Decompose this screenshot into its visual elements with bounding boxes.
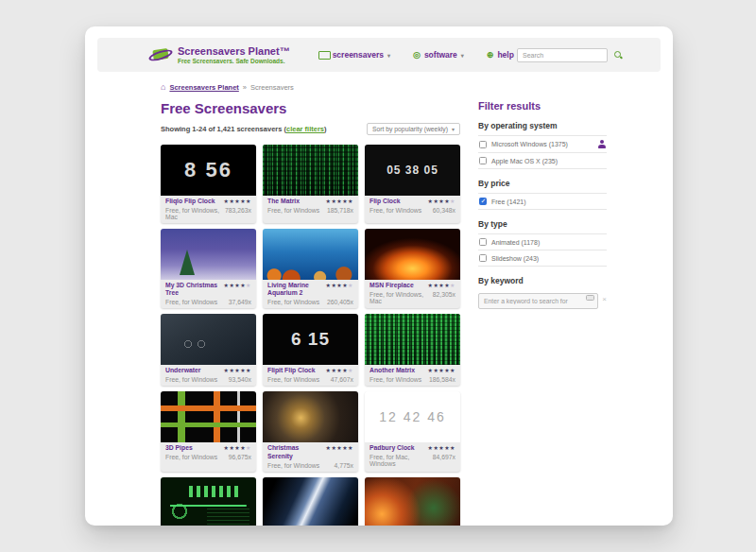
search-icon[interactable] <box>613 50 623 60</box>
screensaver-card[interactable]: 3D Pipes★★★★★Free, for Windows96,675x <box>161 391 256 471</box>
screensaver-card[interactable]: Living Marine Aquarium 2★★★★★Free, for W… <box>263 229 358 308</box>
breadcrumb-separator: » <box>243 83 247 92</box>
search-input[interactable] <box>517 48 608 62</box>
nav-label: software <box>424 50 457 60</box>
retroscifi-thumbnail[interactable] <box>161 477 256 526</box>
xmastree-thumbnail[interactable] <box>161 229 256 280</box>
nav-item-software[interactable]: ◎ software ▾ <box>413 50 464 60</box>
screensaver-title[interactable]: Padbury Clock <box>369 444 415 452</box>
filter-option-label: Microsoft Windows (1375) <box>491 141 593 147</box>
filter-checkbox[interactable] <box>479 157 487 164</box>
rating-stars: ★★★★★ <box>326 367 353 373</box>
screensaver-title[interactable]: Fliqlo Flip Clock <box>165 198 215 205</box>
results-summary-text: ) <box>324 125 327 133</box>
keyword-input-icon <box>586 295 594 301</box>
screensaver-card[interactable]: Another Matrix★★★★★Free, for Windows186,… <box>365 314 460 386</box>
hyperspace-thumbnail[interactable] <box>263 477 358 526</box>
filter-option[interactable]: Apple Mac OS X (235) <box>478 152 607 168</box>
screensaver-title[interactable]: Flipit Flip Clock <box>267 367 316 374</box>
download-count: 185,718x <box>327 207 353 214</box>
screensaver-card[interactable]: The Matrix★★★★★Free, for Windows185,718x <box>263 145 358 223</box>
fliqlo-thumbnail[interactable]: 8 56 <box>161 145 256 196</box>
rating-stars: ★★★★★ <box>428 444 455 451</box>
nav-label: help <box>497 50 513 60</box>
user-icon <box>597 140 606 148</box>
download-count: 93,540x <box>229 376 251 383</box>
filter-title: Filter results <box>478 100 607 112</box>
screensaver-meta: Free, for Windows <box>267 299 319 305</box>
rating-stars: ★★★★★ <box>428 198 455 204</box>
screensaver-grid: 8 56Fliqlo Flip Clock★★★★★Free, for Wind… <box>161 145 460 526</box>
filter-section-heading: By type <box>478 219 607 229</box>
main-nav: screensavers ▾ ◎ software ▾ ⊕ help <box>318 50 514 60</box>
screensaver-title[interactable]: Another Matrix <box>369 367 415 374</box>
rating-stars: ★★★★★ <box>428 367 455 373</box>
filter-checkbox[interactable] <box>479 141 487 148</box>
screensaver-title[interactable]: Flip Clock <box>369 198 400 205</box>
screensaver-title[interactable]: MSN Fireplace <box>369 282 414 289</box>
screensaver-meta: Free, for Windows <box>267 207 319 214</box>
pipes-thumbnail[interactable] <box>161 391 256 442</box>
screensaver-card[interactable]: Underwater★★★★★Free, for Windows93,540x <box>161 314 256 386</box>
filter-option-label: Animated (1178) <box>491 239 606 246</box>
matrix-thumbnail[interactable] <box>263 145 358 196</box>
screensaver-meta: Free, for Windows <box>165 454 217 460</box>
clear-keyword-icon[interactable]: × <box>602 296 607 303</box>
screensaver-meta: Free, for Windows, Mac <box>165 207 225 220</box>
rating-stars: ★★★★★ <box>326 444 353 451</box>
screensaver-card[interactable]: Night Before Christmas 3D★★★★★Free, for … <box>365 477 460 526</box>
page-title: Free Screensavers <box>161 100 460 116</box>
screensaver-title[interactable]: My 3D Christmas Tree <box>165 282 221 298</box>
screensaver-title[interactable]: Christmas Serenity <box>267 444 323 460</box>
header-search <box>517 48 623 62</box>
filter-sections: By operating systemMicrosoft Windows (13… <box>478 121 607 267</box>
serenity-thumbnail[interactable] <box>263 391 358 442</box>
fireplace-thumbnail[interactable] <box>365 229 460 280</box>
breadcrumb-home-link[interactable]: Screensavers Planet <box>169 83 238 92</box>
download-count: 60,348x <box>433 207 455 214</box>
filter-checkbox[interactable] <box>479 198 487 205</box>
matrix2-thumbnail[interactable] <box>365 314 460 365</box>
screensaver-card[interactable]: My 3D Christmas Tree★★★★★Free, for Windo… <box>161 229 256 308</box>
home-icon[interactable]: ⌂ <box>161 83 165 92</box>
clear-filters-link[interactable]: clear filters <box>286 125 324 133</box>
filter-checkbox[interactable] <box>479 238 487 246</box>
screensaver-meta: Free, for Windows <box>165 299 217 305</box>
keyword-input[interactable] <box>478 293 598 309</box>
screensaver-card[interactable]: 05 38 05Flip Clock★★★★★Free, for Windows… <box>365 145 460 223</box>
screensaver-card[interactable]: 12 42 46Padbury Clock★★★★★Free, for Mac,… <box>365 391 460 471</box>
screensaver-title[interactable]: Living Marine Aquarium 2 <box>267 282 323 298</box>
screensaver-card[interactable]: Retro Sci-Fi★★★★★Free, for Windows93,967… <box>161 477 256 526</box>
screensaver-meta: Free, for Windows <box>369 376 421 383</box>
screensaver-title[interactable]: 3D Pipes <box>165 444 193 452</box>
filter-option[interactable]: Microsoft Windows (1375) <box>478 135 607 152</box>
download-count: 783,263x <box>225 207 251 220</box>
screensaver-title[interactable]: The Matrix <box>267 198 300 205</box>
screensaver-card[interactable]: 6 15Flipit Flip Clock★★★★★Free, for Wind… <box>263 314 358 386</box>
filter-checkbox[interactable] <box>479 254 487 262</box>
filter-option[interactable]: Animated (1178) <box>478 233 607 250</box>
screensaver-card[interactable]: MSN Fireplace★★★★★Free, for Windows, Mac… <box>365 229 460 308</box>
brand-logo[interactable]: Screensavers Planet™ Free Screensavers. … <box>150 45 290 63</box>
underwater-thumbnail[interactable] <box>161 314 256 365</box>
screensaver-title[interactable]: Underwater <box>165 367 200 374</box>
nav-item-help[interactable]: ⊕ help <box>487 50 514 60</box>
screensaver-meta: Free, for Mac, Windows <box>369 454 433 467</box>
flipclock-thumbnail[interactable]: 05 38 05 <box>365 145 460 196</box>
flipit-thumbnail[interactable]: 6 15 <box>263 314 358 365</box>
aquarium-thumbnail[interactable] <box>263 229 358 280</box>
sort-dropdown[interactable]: Sort by popularity (weekly) ▾ <box>367 123 460 135</box>
nightxmas-thumbnail[interactable] <box>365 477 460 526</box>
screensaver-card[interactable]: Christmas Serenity★★★★★Free, for Windows… <box>263 391 358 471</box>
padbury-thumbnail[interactable]: 12 42 46 <box>365 391 460 442</box>
sort-dropdown-label: Sort by popularity (weekly) <box>372 126 448 132</box>
nav-item-screensavers[interactable]: screensavers ▾ <box>318 50 390 60</box>
filter-option[interactable]: Slideshow (243) <box>478 250 607 266</box>
screensaver-card[interactable]: Hyperspace★★★★★Free, for Windows, Mac39,… <box>263 477 358 526</box>
nav-label: screensavers <box>333 50 384 60</box>
rating-stars: ★★★★★ <box>224 367 251 373</box>
screensaver-card[interactable]: 8 56Fliqlo Flip Clock★★★★★Free, for Wind… <box>161 145 256 223</box>
filter-option[interactable]: Free (1421) <box>478 193 607 209</box>
disc-icon: ◎ <box>413 51 421 60</box>
breadcrumb-current: Screensavers <box>250 83 294 92</box>
